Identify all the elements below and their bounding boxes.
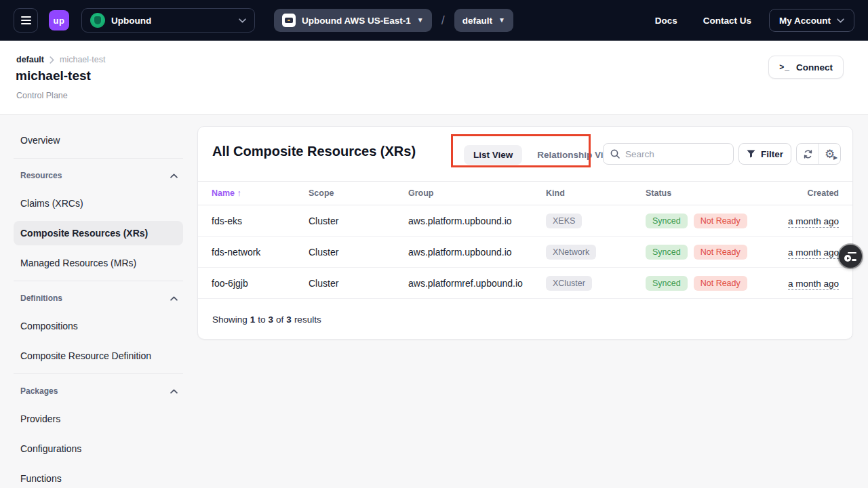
group-selector-label: default <box>462 16 492 26</box>
status-badge-synced: Synced <box>646 214 688 228</box>
cell-name[interactable]: foo-6jgjb <box>212 278 309 289</box>
breadcrumb-root[interactable]: default <box>16 55 44 64</box>
cell-name[interactable]: fds-network <box>212 247 309 258</box>
status-badge-not-ready: Not Ready <box>694 245 747 260</box>
group-selector-dropdown[interactable]: default ▼ <box>454 9 513 32</box>
control-plane-selector-dropdown[interactable]: Upbound AWS US-East-1 ▼ <box>274 9 432 32</box>
control-plane-selector-label: Upbound AWS US-East-1 <box>302 16 411 26</box>
cell-status: Synced Not Ready <box>646 276 768 291</box>
sidebar-section-label: Definitions <box>20 293 62 303</box>
created-tooltip-link[interactable]: a month ago <box>788 216 839 228</box>
sidebar-item-providers[interactable]: Providers <box>14 407 183 431</box>
sidebar-item-claims[interactable]: Claims (XRCs) <box>14 191 183 216</box>
table-row[interactable]: fds-eks Cluster aws.platform.upbound.io … <box>198 205 852 237</box>
refresh-button[interactable] <box>797 144 818 164</box>
cell-kind: XNetwork <box>546 245 646 260</box>
cell-created: a month ago <box>788 246 839 258</box>
sidebar-section-label: Resources <box>20 171 62 180</box>
connect-button-label: Connect <box>796 62 833 73</box>
my-account-label: My Account <box>779 16 831 26</box>
kind-badge: XEKS <box>546 214 582 228</box>
connect-button[interactable]: >_ Connect <box>768 56 844 79</box>
sidebar-item-composite-resource-definition[interactable]: Composite Resource Definition <box>14 344 183 368</box>
column-header-created[interactable]: Created <box>807 188 839 198</box>
cell-name[interactable]: fds-eks <box>212 216 309 226</box>
created-tooltip-link[interactable]: a month ago <box>788 247 839 259</box>
column-header-name[interactable]: Name ↑ <box>212 188 309 198</box>
org-selector-dropdown[interactable]: Upbound <box>81 8 255 33</box>
tab-list-view[interactable]: List View <box>464 145 522 165</box>
results-summary: Showing 1 to 3 of 3 results <box>198 299 852 340</box>
filter-funnel-icon <box>747 150 755 158</box>
hamburger-icon <box>21 16 31 18</box>
sidebar-item-composite-resources[interactable]: Composite Resources (XRs) <box>14 221 183 245</box>
sidebar-item-configurations[interactable]: Configurations <box>14 436 183 461</box>
cell-scope: Cluster <box>309 247 408 258</box>
docs-link[interactable]: Docs <box>655 16 677 26</box>
cell-status: Synced Not Ready <box>646 245 768 260</box>
sidebar-item-functions[interactable]: Functions <box>14 466 183 488</box>
page-title: michael-test <box>16 68 91 83</box>
sidebar-divider <box>14 373 183 374</box>
sidebar-section-packages[interactable]: Packages <box>14 382 183 400</box>
sidebar-item-managed-resources[interactable]: Managed Resources (MRs) <box>14 251 183 275</box>
chevron-down-icon <box>239 18 246 23</box>
auto-refresh-settings-button[interactable]: ⚙▶ <box>818 144 840 164</box>
table-row[interactable]: foo-6jgjb Cluster aws.platformref.upboun… <box>198 268 852 299</box>
cell-kind: XEKS <box>546 214 646 228</box>
chevron-right-icon <box>50 56 54 64</box>
floating-menu-button[interactable] <box>839 245 862 268</box>
column-header-group[interactable]: Group <box>408 188 546 198</box>
search-icon <box>610 149 620 159</box>
my-account-dropdown[interactable]: My Account <box>769 9 854 32</box>
sidebar-section-definitions[interactable]: Definitions <box>14 289 183 307</box>
status-badge-not-ready: Not Ready <box>694 276 747 291</box>
upbound-logo[interactable]: up <box>49 10 69 30</box>
created-tooltip-link[interactable]: a month ago <box>788 279 839 290</box>
chevron-up-icon <box>170 296 178 301</box>
contact-us-link[interactable]: Contact Us <box>703 16 751 26</box>
org-mascot-icon <box>90 13 105 28</box>
view-toggle: List View Relationship View <box>464 145 616 165</box>
page-subtitle: Control Plane <box>16 91 68 100</box>
cell-status: Synced Not Ready <box>646 214 768 228</box>
column-header-kind[interactable]: Kind <box>546 188 646 198</box>
path-separator: / <box>441 14 445 28</box>
sidebar-divider <box>14 281 183 281</box>
chevron-up-icon <box>170 389 178 394</box>
sidebar-item-compositions[interactable]: Compositions <box>14 314 183 338</box>
cell-kind: XCluster <box>546 276 646 291</box>
status-badge-synced: Synced <box>646 245 688 260</box>
chevron-down-icon <box>837 18 844 23</box>
search-box <box>603 143 734 165</box>
hamburger-menu-button[interactable] <box>14 8 38 33</box>
sidebar-section-resources[interactable]: Resources <box>14 167 183 184</box>
filter-button-label: Filter <box>761 149 783 159</box>
caret-down-icon: ▼ <box>417 17 424 24</box>
search-input[interactable] <box>625 149 726 159</box>
sidebar-divider <box>14 158 183 159</box>
cell-created: a month ago <box>788 277 839 289</box>
top-nav: up Upbound Upbound AWS US-East-1 ▼ / def… <box>0 0 868 41</box>
sidebar: Overview Resources Claims (XRCs) Composi… <box>14 128 183 488</box>
sidebar-item-overview[interactable]: Overview <box>14 128 183 152</box>
table-row[interactable]: fds-network Cluster aws.platform.upbound… <box>198 237 852 268</box>
cell-group: aws.platform.upbound.io <box>408 247 546 258</box>
terminal-icon: >_ <box>779 62 790 72</box>
sidebar-section-label: Packages <box>20 386 58 396</box>
panel-title: All Composite Resources (XRs) <box>212 144 416 159</box>
column-header-status[interactable]: Status <box>646 188 768 198</box>
play-icon: ▶ <box>833 155 837 161</box>
column-header-scope[interactable]: Scope <box>309 188 408 198</box>
status-badge-synced: Synced <box>646 276 688 291</box>
cell-scope: Cluster <box>309 216 408 226</box>
changelog-widget-icon <box>844 252 856 261</box>
cell-group: aws.platform.upbound.io <box>408 216 546 226</box>
control-plane-icon <box>282 14 296 27</box>
breadcrumb: default michael-test <box>16 55 105 64</box>
table-header-row: Name ↑ Scope Group Kind Status Created <box>198 181 852 205</box>
org-selector-label: Upbound <box>111 16 151 26</box>
kind-badge: XNetwork <box>546 245 596 260</box>
cell-created: a month ago <box>788 215 839 227</box>
filter-button[interactable]: Filter <box>738 143 791 165</box>
